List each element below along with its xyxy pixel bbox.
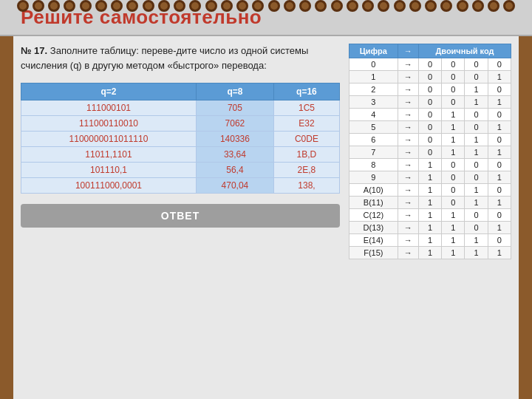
binary-row: 1→0001 [349,71,511,83]
binary-bit: 1 [442,134,465,146]
binary-bit: 1 [465,234,488,247]
binary-bit: 1 [465,247,488,259]
binary-arrow: → [398,71,418,83]
table-cell: 1C5 [273,100,339,116]
binary-bit: 0 [465,109,488,121]
binary-bit: 1 [442,209,465,222]
wood-right [519,0,532,399]
binary-bit: 1 [418,159,441,171]
binary-bit: 0 [465,71,488,83]
binary-bit: 1 [418,247,441,259]
spiral-hole [347,0,358,12]
binary-digit: 4 [349,109,398,121]
spiral-holes [15,0,517,12]
spiral-hole [205,0,217,12]
spiral-hole [80,0,92,12]
binary-digit: 2 [349,83,398,96]
col-header-q2: q=2 [21,83,197,100]
binary-bit: 0 [442,71,465,83]
binary-bit: 1 [442,247,465,259]
spiral-hole [488,0,499,12]
binary-row: F(15)→1111 [349,247,511,259]
spiral-hole [143,0,154,12]
binary-bit: 1 [442,146,465,159]
spiral-hole [409,0,421,12]
binary-bit: 1 [465,96,488,109]
binary-bit: 0 [488,134,511,146]
binary-row: 0→0000 [349,58,511,71]
binary-bit: 0 [488,109,511,121]
binary-col-code: Двоичный код [418,44,511,58]
binary-row: 8→1000 [349,159,511,171]
binary-row: 2→0010 [349,83,511,96]
table-cell: 7062 [196,116,273,132]
page: Решите самостоятельно № 17. Заполните та… [0,0,532,399]
binary-row: 5→0101 [349,121,511,134]
binary-bit: 1 [418,171,441,184]
spiral-hole [284,0,296,12]
binary-bit: 1 [442,234,465,247]
binary-arrow: → [398,247,418,259]
binary-row: 6→0110 [349,134,511,146]
binary-bit: 0 [465,171,488,184]
table-cell: 138, [273,178,339,194]
binary-digit: 1 [349,71,398,83]
binary-bit: 0 [418,58,441,71]
binary-bit: 1 [442,109,465,121]
table-row: 1100000011011110140336C0DE [21,132,340,147]
table-cell: 33,64 [196,147,273,163]
binary-col-arrow: → [398,44,418,58]
binary-bit: 0 [442,184,465,197]
binary-bit: 0 [418,146,441,159]
right-panel: Цифра → Двоичный код 0→00001→00012→00103… [349,44,511,392]
spiral-hole [362,0,374,12]
conversion-table: q=2 q=8 q=16 1110001017051C5111000110010… [21,83,340,194]
binary-bit: 0 [442,58,465,71]
spiral-hole [64,0,75,12]
binary-bit: 0 [418,83,441,96]
binary-digit: A(10) [349,184,398,197]
binary-bit: 1 [488,96,511,109]
table-cell: E32 [273,116,339,132]
spiral-hole [236,0,248,12]
spiral-hole [33,0,44,12]
spiral-hole [394,0,406,12]
binary-row: 3→0011 [349,96,511,109]
binary-row: B(11)→1011 [349,197,511,209]
binary-digit: 5 [349,121,398,134]
answer-button[interactable]: ОТВЕТ [21,204,340,228]
binary-bit: 0 [488,159,511,171]
binary-digit: D(13) [349,222,398,234]
binary-bit: 0 [488,83,511,96]
binary-digit: 3 [349,96,398,109]
binary-bit: 0 [442,171,465,184]
table-row: 1110001100107062E32 [21,116,340,132]
table-cell: 11011,1101 [21,147,197,163]
table-cell: 111000110010 [21,116,197,132]
table-row: 1110001017051C5 [21,100,340,116]
binary-digit: E(14) [349,234,398,247]
binary-arrow: → [398,159,418,171]
binary-bit: 1 [418,222,441,234]
table-cell: 470,04 [196,178,273,194]
binary-row: D(13)→1101 [349,222,511,234]
spiral-hole [268,0,280,12]
binary-arrow: → [398,234,418,247]
spiral-hole [158,0,170,12]
binary-arrow: → [398,171,418,184]
spiral-hole [174,0,185,12]
binary-digit: 0 [349,58,398,71]
spiral-hole [95,0,107,12]
binary-digit: F(15) [349,247,398,259]
binary-bit: 1 [488,121,511,134]
binary-arrow: → [398,222,418,234]
spiral-hole [189,0,201,12]
table-cell: 111000101 [21,100,197,116]
binary-arrow: → [398,134,418,146]
binary-bit: 0 [488,234,511,247]
wood-left [0,0,13,399]
task-description: № 17. Заполните таблицу: переве-дите чис… [21,44,340,72]
binary-bit: 1 [418,197,441,209]
binary-bit: 0 [465,159,488,171]
binary-arrow: → [398,96,418,109]
